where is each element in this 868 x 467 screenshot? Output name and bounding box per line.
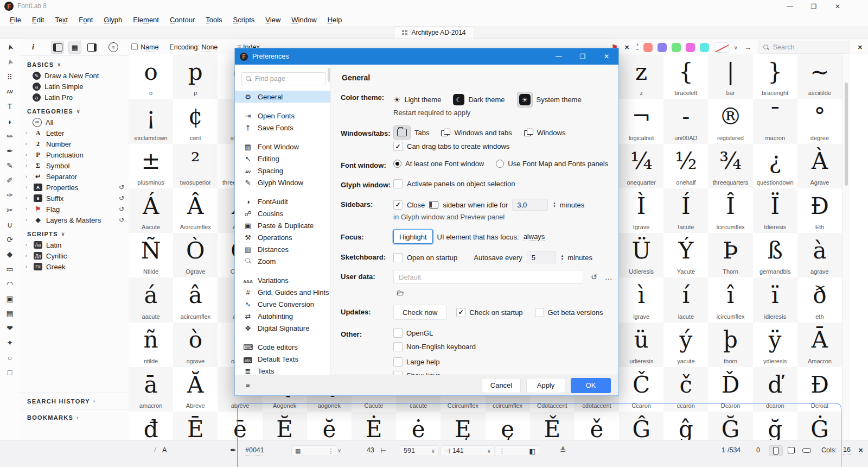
menu-item-glyph[interactable]: Glyph [98,15,127,25]
glyph-cell[interactable]: °degree [797,99,842,143]
expander-icon[interactable]: › [25,141,30,147]
sidebar-item-all[interactable]: ∞All [20,117,129,128]
pref-nav-cousins[interactable]: ☍Cousins [235,207,330,219]
flag-color-swatch-3[interactable] [672,43,681,52]
expander-icon[interactable]: › [25,130,30,136]
sidebar-item-latin[interactable]: ›AaLatin [20,239,129,250]
ruler-tool[interactable]: ▭ [2,262,17,276]
undo-icon[interactable]: ↺ [119,194,124,202]
glyph-cell[interactable]: îicircumflex [708,277,752,322]
pref-nav-operations[interactable]: ⚒Operations [235,231,330,243]
glyph-cell[interactable]: Ğ [708,412,752,440]
check-now-button[interactable]: Check now [393,305,446,320]
pref-nav-save-fonts[interactable]: ↥Save Fonts [235,122,330,134]
glyph-cell[interactable]: ÀAgrave [797,144,842,188]
glyph-cell[interactable]: Ě [530,412,575,440]
dialog-menu-icon[interactable]: ≡ [246,381,250,389]
glyph-cell[interactable]: òograve [173,323,218,367]
menu-item-contour[interactable]: Contour [164,15,200,25]
name-toggle[interactable]: Name [131,43,158,51]
section-header-categories[interactable]: CATEGORIES∨ [20,103,129,117]
cancel-button[interactable]: Cancel [482,378,521,393]
fill-tool[interactable]: ◗ [2,114,17,129]
other-option-non-english-keyboard[interactable]: Non-English keyboard [393,342,496,351]
pref-nav-variations[interactable]: AAAVariations [235,274,330,286]
sketchboard-startup-checkbox[interactable] [393,253,403,262]
checkbox[interactable] [393,371,403,375]
maximize-button[interactable]: ❐ [802,0,826,13]
glyph-cell[interactable]: |bar [708,54,752,99]
pref-nav-default-texts[interactable]: abcDefault Texts [235,353,330,365]
close-search-button[interactable]: ✕ [858,44,863,51]
sidebar-footer-bookmarks[interactable]: BOOKMARKS› [20,409,129,425]
checkbox[interactable] [393,357,403,367]
expander-icon[interactable]: › [25,217,30,223]
glyph-cell[interactable]: pp [173,54,218,99]
glyph-index-field[interactable]: #0041 [245,445,264,456]
glyph-cell[interactable]: ĕ [307,412,352,440]
glyph-cell[interactable]: ßgermandbls [753,233,797,277]
pref-nav-curve-conversion[interactable]: ∿Curve Conversion [235,298,330,310]
bucket-tool[interactable]: ◆ [2,247,17,262]
glyph-cell[interactable]: ÌIgrave [619,188,663,233]
pref-nav-grid-guides-and-hints[interactable]: #Grid, Guides and Hints [235,286,330,298]
glyph-cell[interactable]: ĀAmacron [797,323,842,367]
nav-scrollbar-thumb[interactable] [328,68,330,82]
glyph-cell[interactable]: ĎDcaron [708,367,752,412]
glyph-cell[interactable]: ÑNtilde [129,233,173,277]
pref-nav-fontaudit[interactable]: ◑FontAudit [235,195,330,207]
glyph-cell[interactable]: Ē [173,412,218,440]
glyph-cell[interactable]: ğ [753,412,797,440]
glyph-cell[interactable]: àagrave [797,233,842,277]
rectangle-tool[interactable]: □ [2,365,17,380]
goto-icon[interactable]: → [744,43,751,52]
dialog-close-button[interactable]: ✕ [595,48,618,65]
expander-icon[interactable]: › [25,174,30,179]
knife-tool[interactable]: ✂ [2,203,17,217]
preview-selector[interactable]: ▦ ⋮ [291,445,338,456]
no-color-swatch[interactable] [714,42,729,53]
pref-nav-code-editors[interactable]: ⌨Code editors [235,341,330,353]
expander-icon[interactable]: › [25,185,30,190]
ellipse-tool[interactable]: ○ [2,350,17,365]
sidebar-item-layers-masters[interactable]: ›◈Layers & Masters↺ [20,214,129,225]
pref-nav-open-fonts[interactable]: ⇥Open Fonts [235,110,330,122]
glyph-cell[interactable]: ĐDcroat [797,367,842,412]
glyph-cell[interactable]: üudieresis [619,323,663,367]
kerning-field[interactable]: ⋮◧ [495,445,539,456]
grid-scrollbar[interactable] [842,55,850,440]
sidebar-item-draw-a-new-font[interactable]: ✎Draw a New Font [20,70,129,81]
glyph-cell[interactable]: ÎIcircumflex [708,188,752,233]
section-header-scripts[interactable]: SCRIPTS∨ [20,225,129,239]
font-tab[interactable]: Architype AD-2014 [394,26,474,39]
glyph-cell[interactable]: þthorn [708,323,752,367]
glyph-cell[interactable]: ÿydieresis [753,323,797,367]
expander-icon[interactable]: › [25,264,30,269]
glyph-cell[interactable]: ®registered [708,99,752,143]
glyph-cell[interactable]: āamacron [129,367,173,412]
pref-nav-distances[interactable]: ▥Distances [235,243,330,255]
glyph-cell[interactable]: áaacute [129,277,173,322]
other-option-show-keys[interactable]: Show keys [393,371,496,375]
sidebar-item-suffix[interactable]: ›sSuffix↺ [20,193,129,204]
cell-shape-tall-button[interactable] [769,445,783,456]
autosave-stepper[interactable]: ▴▾ [561,254,564,261]
glyph-cell[interactable]: ¬logicalnot [619,99,663,143]
menu-item-tools[interactable]: Tools [200,15,227,25]
find-page-input[interactable]: Find page [241,72,326,85]
glyph-cell[interactable]: ¯macron [753,99,797,143]
glyph-cell[interactable]: -uni00AD [663,99,708,143]
glyph-cell[interactable]: ±plusminus [129,144,173,188]
cell-shape-square-button[interactable] [784,445,797,455]
text-tool[interactable]: T [2,99,17,114]
undo-icon[interactable]: ↺ [119,216,124,224]
pref-nav-texts[interactable]: ≣Texts [235,365,330,377]
glyph-cell[interactable]: ÁAacute [129,188,173,233]
magnet-tool[interactable]: ∪ [2,217,17,232]
sidebar-item-greek[interactable]: ›ΓαGreek [20,261,129,272]
close-statusbar-button[interactable]: ✕ [858,445,863,455]
flag-color-swatch-1[interactable] [643,43,653,52]
more-button[interactable]: … [605,273,612,281]
contour-select-tool[interactable]: ➤ [1,53,19,72]
menu-item-scripts[interactable]: Scripts [228,15,260,25]
